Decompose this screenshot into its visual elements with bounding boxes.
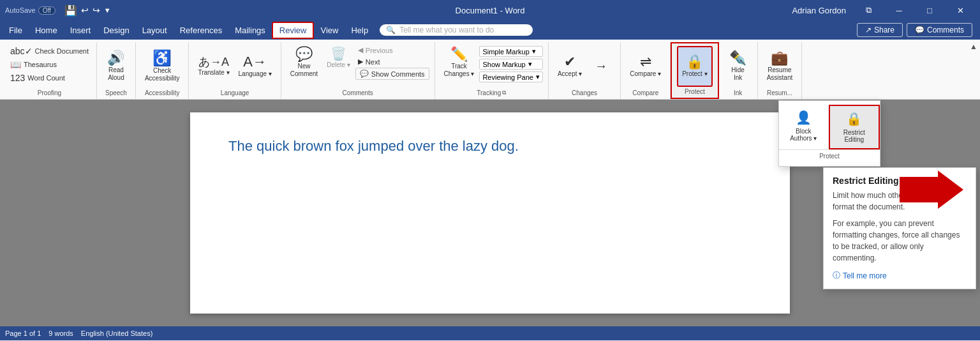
protect-group-label: Protect (677, 87, 712, 95)
ribbon-group-changes: ✔ Accept ▾ → Changes (549, 42, 621, 99)
next-icon: ▶ (358, 57, 363, 66)
compare-label: Compare (626, 88, 665, 96)
check-doc-label: Check Document (35, 47, 89, 55)
menu-layout[interactable]: Layout (136, 23, 174, 38)
new-comment-btn[interactable]: 💬 NewComment (286, 45, 322, 80)
resume-assistant-btn[interactable]: 💼 ResumeAssistant (763, 45, 797, 88)
share-button[interactable]: ↗ Share (857, 23, 903, 37)
menu-insert[interactable]: Insert (64, 23, 98, 38)
comments-button[interactable]: 💬 Comments (907, 23, 972, 37)
show-comments-btn[interactable]: 💬 Show Comments (355, 68, 429, 80)
accept-label: Accept ▾ (558, 70, 582, 78)
restrict-editing-item[interactable]: 🔒 RestrictEditing (829, 105, 880, 149)
translate-btn[interactable]: あ→A Translate ▾ (194, 45, 233, 88)
menu-file[interactable]: File (3, 23, 29, 38)
minimize-btn[interactable]: ─ (884, 0, 914, 20)
tracking-expand-icon[interactable]: ⧉ (502, 89, 506, 96)
compare-items: ⇌ Compare ▾ (626, 45, 665, 88)
ribbon-wrapper: abc✓ Check Document 📖 Thesaurus 123 Word… (0, 40, 980, 100)
previous-label: Previous (366, 47, 393, 54)
show-markup-label: Show Markup (482, 61, 525, 68)
reviewing-pane-select[interactable]: Reviewing Pane ▾ (479, 72, 543, 82)
menu-help[interactable]: Help (345, 23, 375, 38)
menu-references[interactable]: References (174, 23, 228, 38)
protect-items: 🔒 Protect ▾ (677, 46, 712, 87)
previous-btn[interactable]: ◀ Previous (355, 45, 429, 56)
comments-items: 💬 NewComment 🗑️ Delete ▾ ◀ Previous ▶ Ne… (286, 45, 429, 88)
simple-markup-select[interactable]: Simple Markup ▾ (479, 46, 543, 57)
reject-btn[interactable]: → (587, 45, 615, 88)
ribbon-group-comments: 💬 NewComment 🗑️ Delete ▾ ◀ Previous ▶ Ne… (281, 42, 435, 99)
speech-label: Speech (102, 88, 130, 96)
accessibility-items: ♿ CheckAccessibility (141, 45, 183, 88)
compare-btn[interactable]: ⇌ Compare ▾ (626, 45, 665, 88)
autosave[interactable]: AutoSave Off (5, 6, 56, 15)
undo-icon[interactable]: ↩ (81, 5, 89, 15)
menu-home[interactable]: Home (29, 23, 64, 38)
menu-mailings[interactable]: Mailings (228, 23, 272, 38)
quick-access-dropdown[interactable]: ▼ (104, 6, 111, 14)
tooltip-detail: For example, you can prevent formatting … (833, 218, 967, 264)
autosave-toggle[interactable]: Off (38, 6, 56, 15)
word-count-label: Word Count (27, 74, 65, 82)
document-page[interactable]: The quick brown fox jumped over the lazy… (190, 112, 790, 314)
check-document-btn[interactable]: abc✓ Check Document (8, 45, 91, 57)
hide-ink-btn[interactable]: ✒️ HideInk (724, 45, 752, 88)
reject-icon: → (595, 59, 607, 72)
proofing-items: abc✓ Check Document 📖 Thesaurus 123 Word… (8, 45, 91, 88)
show-markup-select[interactable]: Show Markup ▾ (479, 59, 543, 70)
language-label: Language ▾ (239, 70, 272, 78)
maximize-btn[interactable]: □ (915, 0, 944, 20)
restore-down-btn[interactable]: ⧉ (854, 0, 883, 20)
accessibility-icon: ♿ (152, 50, 172, 66)
close-btn[interactable]: ✕ (946, 0, 975, 20)
word-count-btn[interactable]: 123 Word Count (8, 72, 91, 84)
ink-items: ✒️ HideInk (724, 45, 752, 88)
ribbon: abc✓ Check Document 📖 Thesaurus 123 Word… (0, 40, 980, 100)
new-comment-label: NewComment (290, 63, 318, 78)
save-icon[interactable]: 💾 (64, 4, 77, 17)
ribbon-group-language: あ→A Translate ▾ A→ Language ▾ Language (189, 42, 281, 99)
user-name: Adrian Gordon (792, 6, 846, 15)
ribbon-group-accessibility: ♿ CheckAccessibility Accessibility (136, 42, 189, 99)
document-title: Document1 - Word (456, 6, 525, 15)
search-box[interactable]: 🔍 Tell me what you want to do (380, 24, 533, 36)
block-authors-label: BlockAuthors ▾ (790, 128, 817, 142)
tell-me-more-link[interactable]: ⓘ Tell me more (833, 270, 967, 281)
tracking-label: Tracking ⧉ (440, 88, 543, 96)
resume-label: Resum... (763, 88, 797, 96)
page-info: Page 1 of 1 (5, 330, 41, 337)
language-btn[interactable]: A→ Language ▾ (235, 45, 276, 88)
new-comment-icon: 💬 (295, 47, 313, 61)
block-authors-item[interactable]: 👤 BlockAuthors ▾ (779, 105, 829, 149)
read-aloud-btn[interactable]: 🔊 ReadAloud (102, 45, 130, 88)
collapse-ribbon-btn[interactable]: ▲ (970, 42, 977, 51)
protect-btn[interactable]: 🔒 Protect ▾ (677, 46, 712, 87)
tracking-items: ✏️ TrackChanges ▾ Simple Markup ▾ Show M… (440, 45, 543, 88)
accept-icon: ✔ (564, 55, 575, 69)
delete-label: Delete ▾ (327, 61, 350, 69)
read-aloud-icon: 🔊 (107, 51, 124, 65)
info-circle-icon: ⓘ (833, 270, 840, 281)
ribbon-group-ink: ✒️ HideInk Ink (719, 42, 758, 99)
language-items: あ→A Translate ▾ A→ Language ▾ (194, 45, 275, 88)
menu-review[interactable]: Review (272, 22, 315, 39)
compare-icon: ⇌ (640, 55, 651, 69)
language-label: Language (194, 88, 275, 96)
proofing-col: abc✓ Check Document 📖 Thesaurus 123 Word… (8, 45, 91, 88)
track-changes-btn[interactable]: ✏️ TrackChanges ▾ (440, 45, 479, 80)
protect-icon: 🔒 (686, 55, 703, 69)
redo-icon[interactable]: ↪ (93, 5, 100, 15)
menu-view[interactable]: View (314, 23, 345, 38)
reviewing-pane-dropdown-icon: ▾ (536, 73, 540, 81)
next-btn[interactable]: ▶ Next (355, 56, 429, 67)
thesaurus-btn[interactable]: 📖 Thesaurus (8, 58, 91, 71)
accept-btn[interactable]: ✔ Accept ▾ (554, 45, 586, 88)
reviewing-pane-label: Reviewing Pane (482, 73, 533, 81)
changes-label: Changes (554, 88, 615, 96)
check-accessibility-btn[interactable]: ♿ CheckAccessibility (141, 45, 183, 88)
svg-marker-0 (900, 170, 963, 209)
delete-btn[interactable]: 🗑️ Delete ▾ (323, 45, 354, 72)
translate-icon: あ→A (198, 56, 229, 68)
menu-design[interactable]: Design (97, 23, 135, 38)
